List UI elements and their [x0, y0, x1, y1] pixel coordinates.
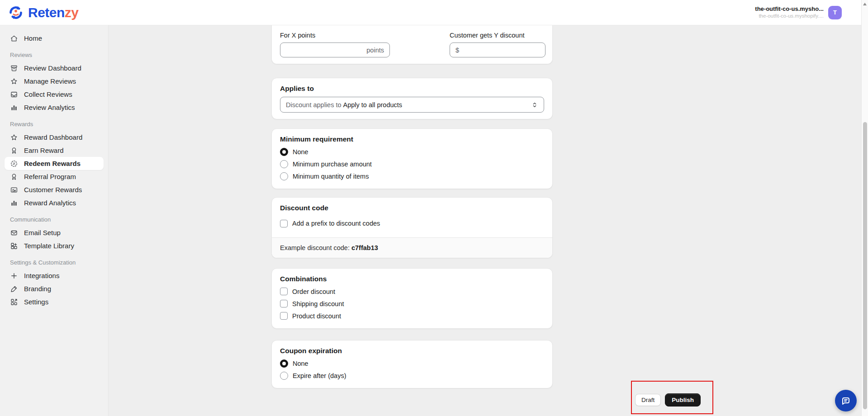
checkbox-label: Product discount [292, 312, 341, 320]
radio-selected-icon [280, 148, 288, 156]
checkbox-icon [280, 220, 288, 227]
sidebar-item-branding[interactable]: Branding [5, 282, 104, 295]
plus-icon [10, 272, 18, 280]
draft-button[interactable]: Draft [635, 394, 661, 406]
discount-input[interactable]: $ [450, 43, 545, 57]
grid-arrow-icon [10, 298, 18, 306]
radio-label: Expire after (days) [293, 372, 346, 379]
sidebar-item-label: Template Library [24, 242, 74, 250]
radio-expire-after-days[interactable]: Expire after (days) [280, 369, 544, 382]
radio-min-none[interactable]: None [280, 146, 544, 158]
archive-icon [10, 64, 18, 72]
app-window: Retenzy the-outfit-co-us.mysho... the-ou… [0, 0, 868, 416]
sidebar-item-collect-reviews[interactable]: Collect Reviews [5, 88, 104, 101]
card-points-discount: For X points points Customer gets Y disc… [271, 25, 553, 64]
card-applies-to: Applies to Discount applies to Apply to … [271, 78, 553, 119]
gift-card-icon [10, 186, 18, 194]
checkbox-order-discount[interactable]: Order discount [280, 285, 544, 298]
sidebar-item-template-library[interactable]: Template Library [5, 239, 104, 252]
sidebar-item-label: Review Dashboard [24, 64, 81, 72]
discount-input-field[interactable] [459, 47, 540, 54]
discount-field-label: Customer gets Y discount [450, 31, 545, 39]
checkbox-label: Order discount [292, 288, 335, 295]
brand-name: Retenzy [28, 5, 79, 20]
applies-to-heading: Applies to [280, 84, 544, 93]
inbox-icon [10, 90, 18, 99]
radio-expiration-none[interactable]: None [280, 357, 544, 369]
top-header: Retenzy the-outfit-co-us.mysho... the-ou… [0, 0, 868, 25]
sidebar-item-label: Review Analytics [24, 104, 75, 111]
bar-chart-icon [10, 199, 18, 207]
scrollbar-thumb[interactable] [863, 122, 867, 409]
radio-min-purchase-amount[interactable]: Minimum purchase amount [280, 158, 544, 170]
sidebar-item-label: Earn Reward [24, 147, 64, 154]
bar-chart-icon [10, 104, 18, 112]
home-icon [10, 34, 18, 43]
coupon-expiration-heading: Coupon expiration [280, 346, 544, 355]
sidebar-item-customer-rewards[interactable]: Customer Rewards [5, 183, 104, 196]
sidebar-item-reward-dashboard[interactable]: Reward Dashboard [5, 131, 104, 144]
points-suffix: points [366, 47, 384, 54]
points-input-field[interactable] [286, 47, 366, 54]
radio-min-quantity-items[interactable]: Minimum quantity of items [280, 170, 544, 182]
card-minimum-requirement: Minimum requirement None Minimum purchas… [271, 128, 553, 189]
sidebar-item-reward-analytics[interactable]: Reward Analytics [5, 196, 104, 209]
award-icon [10, 147, 18, 155]
discount-field: Customer gets Y discount $ [450, 31, 545, 57]
avatar[interactable]: T [828, 6, 842, 19]
points-input[interactable]: points [280, 43, 390, 57]
sidebar-item-referral-program[interactable]: Referral Program [5, 170, 104, 183]
sidebar-item-earn-reward[interactable]: Earn Reward [5, 144, 104, 157]
shop-switcher[interactable]: the-outfit-co-us.mysho... the-outfit-co-… [755, 5, 842, 19]
shop-text: the-outfit-co-us.mysho... the-outfit-co-… [755, 5, 824, 19]
sidebar-item-label: Home [24, 34, 42, 42]
annotation-highlight-box: Draft Publish [631, 381, 713, 414]
sidebar-item-manage-reviews[interactable]: Manage Reviews [5, 75, 104, 88]
brand-name-primary: Reten [28, 5, 65, 20]
sidebar-item-label: Reward Dashboard [24, 133, 82, 141]
sidebar-item-label: Settings [24, 298, 48, 306]
chat-launcher-button[interactable] [835, 390, 857, 411]
sidebar-item-home[interactable]: Home [5, 32, 104, 45]
sidebar-section-settings: Settings & Customization [10, 259, 104, 266]
star-icon [10, 133, 18, 142]
points-field: For X points points [280, 31, 390, 57]
minimum-requirement-heading: Minimum requirement [280, 135, 544, 143]
scroll-up-arrow[interactable] [863, 3, 867, 5]
retenzy-logo-icon [7, 4, 24, 21]
applies-to-select[interactable]: Discount applies to Apply to all product… [280, 97, 544, 113]
sidebar-item-label: Branding [24, 285, 51, 293]
sidebar-item-review-dashboard[interactable]: Review Dashboard [5, 61, 104, 75]
checkbox-shipping-discount[interactable]: Shipping discount [280, 298, 544, 310]
example-discount-code: Example discount code: c7ffab13 [272, 237, 552, 258]
select-prefix-label: Discount applies to [286, 101, 342, 109]
sidebar-section-reviews: Reviews [10, 52, 104, 58]
sidebar-item-settings[interactable]: Settings [5, 295, 104, 308]
checkbox-prefix-discount-codes[interactable]: Add a prefix to discount codes [280, 217, 544, 229]
pen-icon [10, 285, 18, 293]
sidebar-item-email-setup[interactable]: Email Setup [5, 226, 104, 239]
shop-domain: the-outfit-co-us.myshopify.... [755, 13, 824, 19]
chat-bubble-icon [840, 395, 851, 406]
sidebar-item-redeem-rewards[interactable]: Redeem Rewards [5, 157, 104, 170]
points-field-label: For X points [280, 31, 390, 39]
radio-label: None [293, 148, 308, 156]
combinations-heading: Combinations [280, 274, 544, 283]
main-content: For X points points Customer gets Y disc… [109, 25, 861, 416]
sidebar-item-review-analytics[interactable]: Review Analytics [5, 101, 104, 114]
shop-name: the-outfit-co-us.mysho... [755, 5, 824, 13]
radio-label: None [293, 360, 308, 367]
sidebar-item-label: Redeem Rewards [24, 160, 81, 167]
sidebar-item-integrations[interactable]: Integrations [5, 269, 104, 282]
brand-logo[interactable]: Retenzy [7, 4, 79, 21]
card-discount-code: Discount code Add a prefix to discount c… [271, 197, 553, 258]
example-code-value: c7ffab13 [351, 244, 378, 251]
sidebar-section-rewards: Rewards [10, 121, 104, 128]
award-icon [10, 173, 18, 181]
checkbox-product-discount[interactable]: Product discount [280, 310, 544, 322]
sidebar-item-label: Manage Reviews [24, 77, 76, 85]
publish-button[interactable]: Publish [665, 393, 701, 407]
discount-code-heading: Discount code [280, 203, 544, 212]
envelope-icon [10, 229, 18, 237]
sidebar-item-label: Reward Analytics [24, 199, 76, 207]
